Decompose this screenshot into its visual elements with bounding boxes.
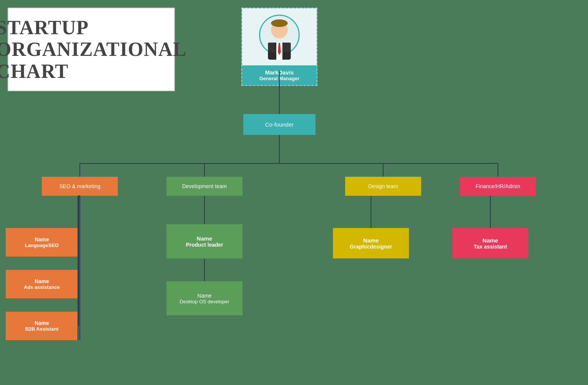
emp-dev2-name: Name xyxy=(197,293,211,299)
dept-dev: Development team xyxy=(166,177,242,196)
dept-seo: SEO & marketing xyxy=(42,177,118,196)
emp-design1-name: Name xyxy=(363,237,379,244)
emp-design1: Name Graphicdesigner xyxy=(333,228,409,258)
emp-seo2-role: Ads assistance xyxy=(24,284,60,290)
svg-rect-7 xyxy=(283,43,291,52)
emp-design1-role: Graphicdesigner xyxy=(350,244,392,250)
emp-seo3: Name B2B Assistant xyxy=(6,312,78,340)
emp-seo2: Name Ads assistance xyxy=(6,270,78,298)
emp-dev1: Name Product leader xyxy=(166,224,242,258)
emp-seo2-name: Name xyxy=(35,278,49,284)
dept-dev-label: Development team xyxy=(182,183,227,189)
emp-seo3-role: B2B Assistant xyxy=(25,326,59,332)
emp-dev1-role: Product leader xyxy=(186,242,223,248)
top-manager-node: MarkDavis General Manager xyxy=(241,8,317,86)
chart-title: STARTUP ORGANIZATIONAL CHART xyxy=(0,17,187,82)
emp-finance1-role: Tax assistant xyxy=(474,244,507,250)
emp-dev2-role: Desktop OS developer xyxy=(180,299,230,304)
emp-seo1-role: LanguageSEO xyxy=(25,242,59,248)
emp-dev2: Name Desktop OS developer xyxy=(166,281,242,315)
emp-finance1: Name Tax assistant xyxy=(452,228,528,258)
emp-seo3-name: Name xyxy=(35,320,49,326)
manager-name: MarkDavis xyxy=(244,69,315,76)
cofounder-node: Co-founder xyxy=(243,114,315,135)
dept-design-label: Design team xyxy=(368,183,398,189)
emp-seo1-name: Name xyxy=(35,236,49,242)
emp-finance1-name: Name xyxy=(483,237,498,244)
avatar-image xyxy=(258,14,300,60)
dept-finance-label: Finance/HR/Admin xyxy=(475,183,520,189)
manager-role: General Manager xyxy=(244,76,315,81)
emp-seo1: Name LanguageSEO xyxy=(6,228,78,257)
svg-rect-6 xyxy=(268,43,276,52)
title-box: STARTUP ORGANIZATIONAL CHART xyxy=(8,8,175,91)
dept-design: Design team xyxy=(345,177,421,196)
dept-finance: Finance/HR/Admin xyxy=(460,177,536,196)
svg-point-2 xyxy=(271,19,288,27)
emp-dev1-name: Name xyxy=(197,235,212,242)
cofounder-label: Co-founder xyxy=(265,121,293,128)
dept-seo-label: SEO & marketing xyxy=(59,183,100,189)
